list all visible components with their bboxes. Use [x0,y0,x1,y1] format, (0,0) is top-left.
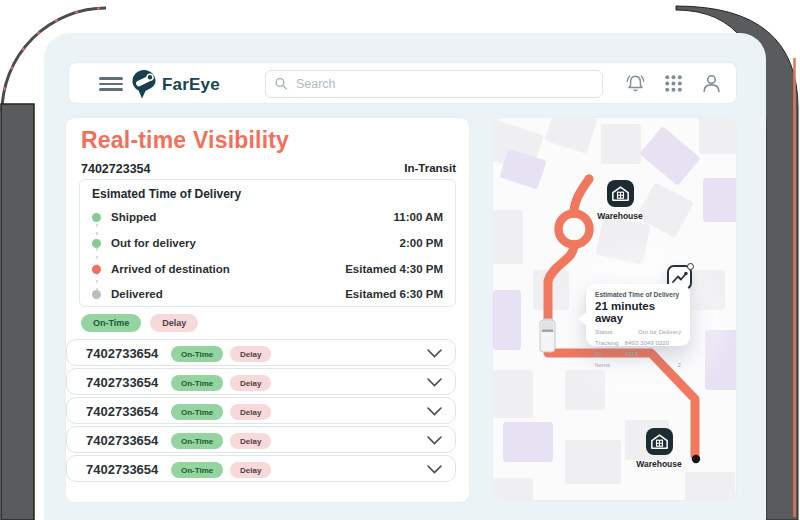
delay-badge: Delay [230,462,271,478]
search-box[interactable] [265,70,603,98]
tooltip-eta: 21 minutes away [595,300,681,324]
shipment-id: 7402733654 [86,404,158,419]
status-badge: In-Transit [404,162,456,176]
shipment-id: 7402733654 [86,462,158,477]
search-input[interactable] [296,77,594,91]
step-label: Arrived of destination [111,263,230,275]
route-end-dot [692,455,700,463]
delay-badge: Delay [230,346,271,362]
on-time-badge: On-Time [171,462,223,478]
tracking-header: 7402723354 In-Transit [81,162,456,176]
tooltip-row-value: Out for Delivery [638,327,681,338]
step-time: 11:00 AM [394,211,443,223]
eta-tooltip: Estimated Time of Delivery 21 minutes aw… [586,284,690,346]
timeline-step: Out for delivery 2:00 PM [80,237,455,251]
tooltip-row-label: Tracking ID [595,338,624,360]
shipment-row[interactable]: 7402733654 On-Time Delay [66,368,456,395]
warehouse-icon[interactable] [646,428,673,455]
tooltip-title: Estimated Time of Delivery [595,291,681,298]
on-time-badge: On-Time [171,375,223,391]
step-dot-done [92,213,101,222]
eta-card: Esimated Time of Delivery Shipped 11:00 … [79,179,456,307]
filter-on-time[interactable]: On-Time [81,314,141,332]
shipment-id: 7402733654 [86,346,158,361]
warehouse-icon[interactable] [607,180,634,207]
warehouse-label: Warehouse [629,459,689,469]
brand-name: FarEye [162,75,220,95]
step-dot-done [92,239,101,248]
truck-icon [540,318,555,352]
step-dot-current [92,265,101,274]
filter-bar: On-Time Delay [81,314,198,332]
timeline-step: Arrived of destination Esitamed 4:30 PM [80,263,455,277]
tooltip-row-label: Items [595,360,610,371]
delay-badge: Delay [230,375,271,391]
chevron-down-icon[interactable] [427,407,442,416]
step-label: Delivered [111,288,163,300]
chevron-down-icon[interactable] [427,378,442,387]
tooltip-row: Items 2 [595,360,681,371]
shipment-row[interactable]: 7402733654 On-Time Delay [66,397,456,424]
shipment-row[interactable]: 7402733654 On-Time Delay [66,455,456,482]
step-time: Esitamed 4:30 PM [345,263,443,275]
top-bar: FarEye [68,62,737,104]
delay-badge: Delay [230,404,271,420]
tooltip-row-label: Status [595,327,613,338]
shipment-row[interactable]: 7402733654 On-Time Delay [66,426,456,453]
menu-icon[interactable] [99,77,123,91]
profile-icon[interactable] [701,73,722,94]
on-time-badge: On-Time [171,433,223,449]
shipment-id: 7402733654 [86,433,158,448]
map-panel: Warehouse Warehouse Estimated Time of De… [492,117,737,501]
search-icon [274,76,289,92]
step-label: Out for delivery [111,237,196,249]
tooltip-row-value: 2 [678,360,681,371]
spark-dot [687,263,694,270]
tracking-number: 7402723354 [81,162,151,176]
screen: FarEye [0,0,800,520]
warehouse-label: Warehouse [590,211,650,221]
timeline-step: Delivered Esitamed 6:30 PM [80,288,455,302]
on-time-badge: On-Time [171,404,223,420]
tooltip-row: Tracking ID 8493 3049 0220 4515 [595,338,681,360]
on-time-badge: On-Time [171,346,223,362]
step-time: 2:00 PM [400,237,443,249]
step-dot-pending [92,290,101,299]
tooltip-row: Status Out for Delivery [595,327,681,338]
filter-delay[interactable]: Delay [150,314,198,332]
delay-badge: Delay [230,433,271,449]
chevron-down-icon[interactable] [427,436,442,445]
chevron-down-icon[interactable] [427,465,442,474]
eta-card-title: Esimated Time of Delivery [92,187,241,201]
step-time: Esitamed 6:30 PM [345,288,443,300]
fareye-pin-icon [131,69,158,100]
visibility-panel: Real-time Visibility 7402723354 In-Trans… [65,117,470,503]
step-label: Shipped [111,211,156,223]
chevron-down-icon[interactable] [427,349,442,358]
apps-grid-icon[interactable] [663,73,684,94]
shipment-row[interactable]: 7402733654 On-Time Delay [66,339,456,366]
shipment-id: 7402733654 [86,375,158,390]
timeline-step: Shipped 11:00 AM [80,211,455,225]
tooltip-row-value: 8493 3049 0220 4515 [624,338,681,360]
notification-bell-icon[interactable] [625,73,646,94]
fareye-logo[interactable]: FarEye [131,69,220,100]
page-title: Real-time Visibility [81,127,289,154]
